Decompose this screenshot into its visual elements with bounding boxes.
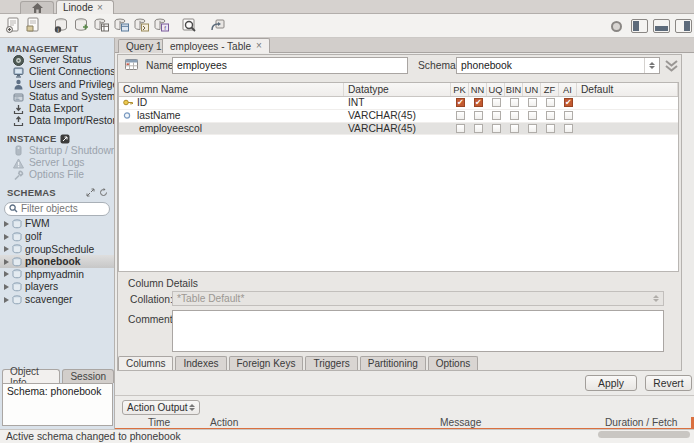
uq-checkbox[interactable] bbox=[492, 124, 501, 133]
col-header-time[interactable]: Time bbox=[148, 418, 170, 428]
sidebar-item-server-status[interactable]: Server Status bbox=[0, 54, 114, 66]
tab-triggers[interactable]: Triggers bbox=[305, 356, 357, 370]
pk-checkbox[interactable] bbox=[456, 98, 465, 107]
uq-checkbox[interactable] bbox=[492, 98, 501, 107]
tab-employees-table[interactable]: employees - Table × bbox=[162, 38, 270, 53]
schema-item-phonebook[interactable]: phonebook bbox=[0, 255, 114, 268]
schema-item-players[interactable]: players bbox=[0, 281, 114, 294]
un-checkbox[interactable] bbox=[528, 111, 537, 120]
nn-checkbox[interactable] bbox=[474, 98, 483, 107]
toggle-bottom-panel-button[interactable] bbox=[653, 19, 670, 33]
create-view-icon[interactable] bbox=[112, 16, 131, 35]
horizontal-scrollbar-thumb[interactable] bbox=[598, 431, 690, 438]
create-procedure-icon[interactable] bbox=[132, 16, 151, 35]
sidebar-item-data-export[interactable]: Data Export bbox=[0, 103, 114, 115]
sidebar-item-options-file[interactable]: Options File bbox=[0, 169, 114, 181]
bin-checkbox[interactable] bbox=[510, 111, 519, 120]
expander-icon[interactable] bbox=[4, 297, 9, 303]
sidebar-item-startup-shutdown[interactable]: Startup / Shutdown bbox=[0, 145, 114, 157]
sidebar-item-client-connections[interactable]: Client Connections bbox=[0, 66, 114, 78]
sidebar-item-status-system-variables[interactable]: Status and System Variables bbox=[0, 91, 114, 103]
tab-indexes[interactable]: Indexes bbox=[175, 356, 226, 370]
close-icon[interactable]: × bbox=[256, 41, 262, 51]
col-header-pk[interactable]: PK bbox=[451, 83, 469, 96]
schema-item-groupschedule[interactable]: groupSchedule bbox=[0, 243, 114, 256]
ai-checkbox[interactable] bbox=[564, 124, 573, 133]
home-tab[interactable] bbox=[20, 1, 54, 14]
col-header-datatype[interactable]: Datatype bbox=[344, 83, 451, 96]
un-checkbox[interactable] bbox=[528, 98, 537, 107]
bin-checkbox[interactable] bbox=[510, 124, 519, 133]
col-header-column-name[interactable]: Column Name bbox=[119, 83, 344, 96]
ai-checkbox[interactable] bbox=[564, 98, 573, 107]
sidebar-item-server-logs[interactable]: Server Logs bbox=[0, 157, 114, 169]
expander-icon[interactable] bbox=[4, 246, 9, 252]
comment-textarea[interactable] bbox=[172, 310, 664, 352]
inspect-database-icon[interactable]: i bbox=[52, 16, 71, 35]
close-icon[interactable]: × bbox=[97, 3, 103, 13]
collapse-header-chevron-icon[interactable] bbox=[663, 59, 680, 74]
create-table-icon[interactable] bbox=[92, 16, 111, 35]
expand-schemas-icon[interactable] bbox=[86, 188, 95, 197]
col-header-zf[interactable]: ZF bbox=[541, 83, 559, 96]
table-name-input[interactable] bbox=[172, 57, 408, 74]
table-row-id[interactable]: ID INT bbox=[119, 97, 678, 110]
col-header-default[interactable]: Default bbox=[577, 83, 678, 96]
un-checkbox[interactable] bbox=[528, 124, 537, 133]
refresh-schemas-icon[interactable] bbox=[99, 188, 108, 197]
create-schema-icon[interactable] bbox=[72, 16, 91, 35]
tab-options[interactable]: Options bbox=[428, 356, 478, 370]
output-view-select[interactable]: Action Output bbox=[122, 400, 200, 415]
expander-icon[interactable] bbox=[4, 271, 9, 277]
col-header-un[interactable]: UN bbox=[523, 83, 541, 96]
toggle-right-sidebar-button[interactable] bbox=[675, 19, 692, 33]
schema-item-scavenger[interactable]: scavenger bbox=[0, 293, 114, 306]
reconnect-database-icon[interactable] bbox=[208, 16, 227, 35]
col-header-duration-fetch[interactable]: Duration / Fetch bbox=[605, 418, 677, 428]
tab-foreign-keys[interactable]: Foreign Keys bbox=[229, 356, 304, 370]
nn-checkbox[interactable] bbox=[474, 124, 483, 133]
col-header-bin[interactable]: BIN bbox=[505, 83, 523, 96]
tab-object-info[interactable]: Object Info bbox=[2, 369, 60, 383]
tab-session[interactable]: Session bbox=[62, 369, 114, 383]
apply-button[interactable]: Apply bbox=[585, 375, 637, 391]
uq-checkbox[interactable] bbox=[492, 111, 501, 120]
new-sql-tab-icon[interactable] bbox=[4, 16, 23, 35]
col-header-nn[interactable]: NN bbox=[469, 83, 487, 96]
tab-columns[interactable]: Columns bbox=[118, 356, 173, 370]
expander-icon[interactable] bbox=[4, 221, 9, 227]
collation-select[interactable]: *Table Default* bbox=[172, 291, 664, 306]
ai-checkbox[interactable] bbox=[564, 111, 573, 120]
zf-checkbox[interactable] bbox=[546, 124, 555, 133]
revert-button[interactable]: Revert bbox=[645, 375, 692, 391]
schema-select[interactable]: phonebook bbox=[456, 57, 660, 74]
col-header-action[interactable]: Action bbox=[210, 418, 238, 428]
bin-checkbox[interactable] bbox=[510, 98, 519, 107]
schema-item-fwm[interactable]: FWM bbox=[0, 218, 114, 231]
col-header-uq[interactable]: UQ bbox=[487, 83, 505, 96]
schema-tree: FWM golf groupSchedule phonebook phpmyad… bbox=[0, 218, 114, 306]
connection-tab[interactable]: Linode × bbox=[56, 0, 114, 14]
pk-checkbox[interactable] bbox=[456, 124, 465, 133]
tab-partitioning[interactable]: Partitioning bbox=[360, 356, 426, 370]
schema-filter-input[interactable] bbox=[21, 203, 105, 214]
zf-checkbox[interactable] bbox=[546, 98, 555, 107]
search-data-icon[interactable] bbox=[180, 16, 199, 35]
pk-checkbox[interactable] bbox=[456, 111, 465, 120]
table-row-employeescol[interactable]: employeescol VARCHAR(45) bbox=[119, 123, 678, 136]
sidebar-item-data-import[interactable]: Data Import/Restore bbox=[0, 115, 114, 127]
sidebar-item-users-privileges[interactable]: Users and Privileges bbox=[0, 79, 114, 91]
schema-item-phpmyadmin[interactable]: phpmyadmin bbox=[0, 268, 114, 281]
expander-icon[interactable] bbox=[4, 234, 9, 240]
table-row-lastname[interactable]: lastName VARCHAR(45) bbox=[119, 110, 678, 123]
open-sql-script-icon[interactable] bbox=[24, 16, 43, 35]
toggle-left-sidebar-button[interactable] bbox=[631, 19, 648, 33]
col-header-ai[interactable]: AI bbox=[559, 83, 577, 96]
create-function-icon[interactable]: f bbox=[152, 16, 171, 35]
zf-checkbox[interactable] bbox=[546, 111, 555, 120]
expander-icon[interactable] bbox=[4, 259, 9, 265]
expander-icon[interactable] bbox=[4, 284, 9, 290]
nn-checkbox[interactable] bbox=[474, 111, 483, 120]
col-header-message[interactable]: Message bbox=[440, 418, 481, 428]
schema-item-golf[interactable]: golf bbox=[0, 230, 114, 243]
